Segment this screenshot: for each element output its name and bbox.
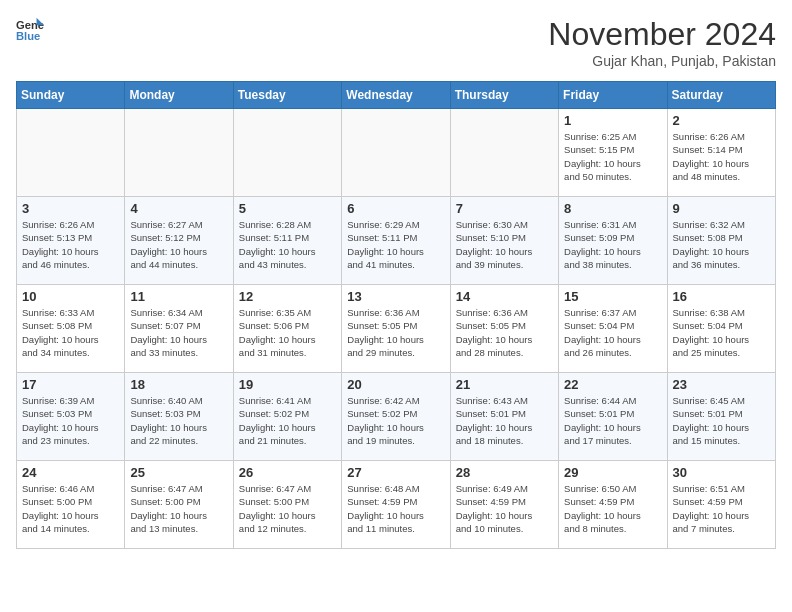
day-number: 9	[673, 201, 770, 216]
day-info: Sunrise: 6:25 AM Sunset: 5:15 PM Dayligh…	[564, 130, 661, 183]
day-info: Sunrise: 6:45 AM Sunset: 5:01 PM Dayligh…	[673, 394, 770, 447]
day-number: 1	[564, 113, 661, 128]
day-info: Sunrise: 6:48 AM Sunset: 4:59 PM Dayligh…	[347, 482, 444, 535]
calendar-cell: 13Sunrise: 6:36 AM Sunset: 5:05 PM Dayli…	[342, 285, 450, 373]
calendar-cell: 11Sunrise: 6:34 AM Sunset: 5:07 PM Dayli…	[125, 285, 233, 373]
day-info: Sunrise: 6:32 AM Sunset: 5:08 PM Dayligh…	[673, 218, 770, 271]
day-info: Sunrise: 6:36 AM Sunset: 5:05 PM Dayligh…	[456, 306, 553, 359]
calendar-cell: 2Sunrise: 6:26 AM Sunset: 5:14 PM Daylig…	[667, 109, 775, 197]
day-number: 29	[564, 465, 661, 480]
calendar-cell: 18Sunrise: 6:40 AM Sunset: 5:03 PM Dayli…	[125, 373, 233, 461]
day-number: 12	[239, 289, 336, 304]
day-number: 24	[22, 465, 119, 480]
logo: General Blue	[16, 16, 44, 44]
week-row-2: 3Sunrise: 6:26 AM Sunset: 5:13 PM Daylig…	[17, 197, 776, 285]
day-info: Sunrise: 6:46 AM Sunset: 5:00 PM Dayligh…	[22, 482, 119, 535]
day-info: Sunrise: 6:36 AM Sunset: 5:05 PM Dayligh…	[347, 306, 444, 359]
calendar-cell: 16Sunrise: 6:38 AM Sunset: 5:04 PM Dayli…	[667, 285, 775, 373]
day-info: Sunrise: 6:35 AM Sunset: 5:06 PM Dayligh…	[239, 306, 336, 359]
calendar-cell: 4Sunrise: 6:27 AM Sunset: 5:12 PM Daylig…	[125, 197, 233, 285]
day-number: 18	[130, 377, 227, 392]
weekday-header-monday: Monday	[125, 82, 233, 109]
day-number: 5	[239, 201, 336, 216]
day-number: 27	[347, 465, 444, 480]
day-number: 10	[22, 289, 119, 304]
calendar-cell: 19Sunrise: 6:41 AM Sunset: 5:02 PM Dayli…	[233, 373, 341, 461]
calendar-cell	[233, 109, 341, 197]
calendar-cell	[17, 109, 125, 197]
calendar-cell: 9Sunrise: 6:32 AM Sunset: 5:08 PM Daylig…	[667, 197, 775, 285]
day-info: Sunrise: 6:28 AM Sunset: 5:11 PM Dayligh…	[239, 218, 336, 271]
calendar-cell: 17Sunrise: 6:39 AM Sunset: 5:03 PM Dayli…	[17, 373, 125, 461]
calendar-cell: 24Sunrise: 6:46 AM Sunset: 5:00 PM Dayli…	[17, 461, 125, 549]
weekday-header-thursday: Thursday	[450, 82, 558, 109]
day-number: 26	[239, 465, 336, 480]
title-block: November 2024 Gujar Khan, Punjab, Pakist…	[548, 16, 776, 69]
week-row-3: 10Sunrise: 6:33 AM Sunset: 5:08 PM Dayli…	[17, 285, 776, 373]
page-header: General Blue November 2024 Gujar Khan, P…	[16, 16, 776, 69]
calendar-table: SundayMondayTuesdayWednesdayThursdayFrid…	[16, 81, 776, 549]
calendar-cell: 6Sunrise: 6:29 AM Sunset: 5:11 PM Daylig…	[342, 197, 450, 285]
day-number: 4	[130, 201, 227, 216]
day-info: Sunrise: 6:47 AM Sunset: 5:00 PM Dayligh…	[130, 482, 227, 535]
calendar-cell: 23Sunrise: 6:45 AM Sunset: 5:01 PM Dayli…	[667, 373, 775, 461]
day-number: 14	[456, 289, 553, 304]
calendar-cell: 29Sunrise: 6:50 AM Sunset: 4:59 PM Dayli…	[559, 461, 667, 549]
weekday-header-tuesday: Tuesday	[233, 82, 341, 109]
calendar-cell: 1Sunrise: 6:25 AM Sunset: 5:15 PM Daylig…	[559, 109, 667, 197]
calendar-cell: 7Sunrise: 6:30 AM Sunset: 5:10 PM Daylig…	[450, 197, 558, 285]
day-number: 20	[347, 377, 444, 392]
svg-text:Blue: Blue	[16, 30, 40, 42]
day-number: 23	[673, 377, 770, 392]
day-number: 15	[564, 289, 661, 304]
day-info: Sunrise: 6:47 AM Sunset: 5:00 PM Dayligh…	[239, 482, 336, 535]
day-info: Sunrise: 6:41 AM Sunset: 5:02 PM Dayligh…	[239, 394, 336, 447]
calendar-cell: 26Sunrise: 6:47 AM Sunset: 5:00 PM Dayli…	[233, 461, 341, 549]
day-number: 19	[239, 377, 336, 392]
day-info: Sunrise: 6:31 AM Sunset: 5:09 PM Dayligh…	[564, 218, 661, 271]
calendar-cell: 5Sunrise: 6:28 AM Sunset: 5:11 PM Daylig…	[233, 197, 341, 285]
weekday-header-saturday: Saturday	[667, 82, 775, 109]
calendar-cell: 15Sunrise: 6:37 AM Sunset: 5:04 PM Dayli…	[559, 285, 667, 373]
calendar-cell	[125, 109, 233, 197]
day-info: Sunrise: 6:40 AM Sunset: 5:03 PM Dayligh…	[130, 394, 227, 447]
location: Gujar Khan, Punjab, Pakistan	[548, 53, 776, 69]
day-info: Sunrise: 6:38 AM Sunset: 5:04 PM Dayligh…	[673, 306, 770, 359]
week-row-5: 24Sunrise: 6:46 AM Sunset: 5:00 PM Dayli…	[17, 461, 776, 549]
calendar-cell: 3Sunrise: 6:26 AM Sunset: 5:13 PM Daylig…	[17, 197, 125, 285]
day-number: 17	[22, 377, 119, 392]
day-number: 8	[564, 201, 661, 216]
weekday-header-friday: Friday	[559, 82, 667, 109]
day-number: 28	[456, 465, 553, 480]
weekday-header-sunday: Sunday	[17, 82, 125, 109]
day-info: Sunrise: 6:49 AM Sunset: 4:59 PM Dayligh…	[456, 482, 553, 535]
calendar-cell: 8Sunrise: 6:31 AM Sunset: 5:09 PM Daylig…	[559, 197, 667, 285]
day-number: 30	[673, 465, 770, 480]
calendar-cell: 20Sunrise: 6:42 AM Sunset: 5:02 PM Dayli…	[342, 373, 450, 461]
day-number: 25	[130, 465, 227, 480]
calendar-cell: 12Sunrise: 6:35 AM Sunset: 5:06 PM Dayli…	[233, 285, 341, 373]
calendar-cell: 14Sunrise: 6:36 AM Sunset: 5:05 PM Dayli…	[450, 285, 558, 373]
day-number: 21	[456, 377, 553, 392]
weekday-header-wednesday: Wednesday	[342, 82, 450, 109]
day-info: Sunrise: 6:26 AM Sunset: 5:13 PM Dayligh…	[22, 218, 119, 271]
day-info: Sunrise: 6:43 AM Sunset: 5:01 PM Dayligh…	[456, 394, 553, 447]
calendar-cell: 22Sunrise: 6:44 AM Sunset: 5:01 PM Dayli…	[559, 373, 667, 461]
day-number: 3	[22, 201, 119, 216]
day-number: 2	[673, 113, 770, 128]
day-info: Sunrise: 6:39 AM Sunset: 5:03 PM Dayligh…	[22, 394, 119, 447]
day-number: 16	[673, 289, 770, 304]
calendar-cell: 28Sunrise: 6:49 AM Sunset: 4:59 PM Dayli…	[450, 461, 558, 549]
day-info: Sunrise: 6:42 AM Sunset: 5:02 PM Dayligh…	[347, 394, 444, 447]
day-number: 11	[130, 289, 227, 304]
calendar-cell: 30Sunrise: 6:51 AM Sunset: 4:59 PM Dayli…	[667, 461, 775, 549]
calendar-cell	[342, 109, 450, 197]
day-info: Sunrise: 6:51 AM Sunset: 4:59 PM Dayligh…	[673, 482, 770, 535]
day-info: Sunrise: 6:50 AM Sunset: 4:59 PM Dayligh…	[564, 482, 661, 535]
day-info: Sunrise: 6:26 AM Sunset: 5:14 PM Dayligh…	[673, 130, 770, 183]
day-info: Sunrise: 6:29 AM Sunset: 5:11 PM Dayligh…	[347, 218, 444, 271]
calendar-cell: 25Sunrise: 6:47 AM Sunset: 5:00 PM Dayli…	[125, 461, 233, 549]
day-number: 13	[347, 289, 444, 304]
calendar-cell: 21Sunrise: 6:43 AM Sunset: 5:01 PM Dayli…	[450, 373, 558, 461]
calendar-cell: 27Sunrise: 6:48 AM Sunset: 4:59 PM Dayli…	[342, 461, 450, 549]
